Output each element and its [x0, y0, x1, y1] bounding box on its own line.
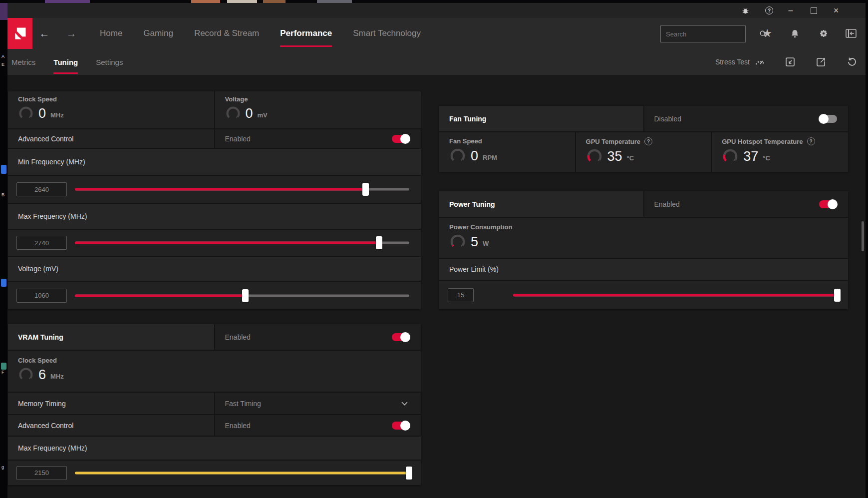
main-navbar: ← → Home Gaming Record & Stream Performa…	[7, 18, 866, 49]
tuning-content: Clock Speed 0 MHz	[7, 75, 866, 498]
vram-max-frequency-input[interactable]	[16, 466, 67, 480]
slider-knob[interactable]	[362, 183, 369, 196]
max-frequency-slider[interactable]	[75, 236, 409, 249]
voltage-gauge-cell: Voltage 0 mV	[215, 91, 421, 128]
slider-knob[interactable]	[834, 289, 841, 302]
nav-performance[interactable]: Performance	[280, 18, 332, 49]
fan-tuning-toggle[interactable]	[819, 115, 837, 123]
stress-test-button[interactable]: Stress Test	[715, 57, 766, 66]
power-consumption-gauge: 5 W	[449, 233, 843, 250]
slider-fill	[75, 242, 379, 244]
reset-icon[interactable]	[846, 55, 859, 68]
close-button[interactable]: ×	[828, 3, 844, 18]
gpu-hotspot-temperature-label: GPU Hotspot Temperature?	[722, 137, 843, 145]
settings-gear-icon[interactable]	[816, 26, 832, 41]
power-limit-slider[interactable]	[513, 289, 838, 302]
voltage-label: Voltage	[225, 95, 416, 103]
gpu-hotspot-temperature-unit: °C	[763, 151, 770, 162]
scrollbar-thumb[interactable]	[862, 221, 864, 251]
voltage-slider[interactable]	[75, 289, 409, 302]
search-box[interactable]	[660, 25, 746, 42]
desktop-icon-label: E	[1, 62, 4, 67]
min-frequency-slider[interactable]	[75, 183, 409, 196]
advanced-control-toggle[interactable]	[392, 135, 410, 143]
advanced-control-label: Advanced Control	[18, 135, 73, 143]
toggle-knob	[400, 332, 410, 342]
power-tuning-toggle[interactable]	[819, 200, 837, 208]
vram-advanced-control-label: Advanced Control	[18, 422, 73, 430]
subnav-actions: Stress Test	[715, 49, 859, 75]
min-frequency-input[interactable]	[16, 182, 67, 196]
fan-speed-cell: Fan Speed 0 RPM	[439, 132, 575, 172]
vram-max-frequency-slider[interactable]	[75, 467, 409, 480]
vram-tuning-toggle[interactable]	[392, 333, 410, 341]
nav-smart-technology[interactable]: Smart Technology	[353, 18, 421, 49]
slider-knob[interactable]	[406, 467, 412, 480]
favorites-star-icon[interactable]: ★	[759, 26, 775, 41]
vram-clock-gauge-row: Clock Speed 6 MHz	[8, 351, 421, 392]
bug-report-icon[interactable]	[737, 3, 753, 18]
vram-clock-unit: MHz	[50, 370, 64, 380]
minimize-button[interactable]: –	[783, 3, 799, 18]
power-consumption-value: 5	[471, 235, 478, 249]
maximize-button[interactable]	[806, 3, 822, 18]
gpu-temperature-unit: °C	[627, 151, 634, 162]
chevron-down-icon	[401, 402, 408, 406]
desktop-fragment	[0, 3, 7, 20]
toggle-knob	[819, 114, 829, 124]
titlebar: ? – ×	[7, 3, 866, 18]
gpu-hotspot-temperature-value: 37	[743, 150, 758, 163]
memory-timing-label: Memory Timing	[18, 400, 66, 408]
desktop-left-edge: A E B F g	[0, 0, 7, 498]
tab-settings[interactable]: Settings	[96, 49, 123, 75]
power-limit-input[interactable]	[448, 288, 474, 302]
nav-home[interactable]: Home	[100, 18, 122, 49]
slider-knob[interactable]	[242, 289, 249, 302]
notifications-bell-icon[interactable]	[787, 26, 803, 41]
max-frequency-input[interactable]	[16, 236, 67, 250]
nav-gaming[interactable]: Gaming	[143, 18, 173, 49]
power-limit-slider-row	[439, 281, 848, 309]
collapse-panel-icon[interactable]	[843, 26, 859, 41]
vram-advanced-control-state: Enabled	[225, 422, 251, 430]
fan-speed-value: 0	[471, 149, 478, 163]
vram-max-frequency-label: Max Frequency (MHz)	[18, 444, 87, 452]
power-tuning-state: Enabled	[654, 200, 680, 208]
toggle-knob	[828, 199, 838, 209]
stress-test-gauge-icon	[755, 57, 766, 66]
desktop-icon-label: B	[1, 192, 4, 197]
share-profile-icon[interactable]	[815, 55, 828, 68]
clock-speed-gauge-cell: Clock Speed 0 MHz	[8, 91, 214, 128]
forward-button[interactable]: →	[62, 18, 80, 49]
voltage-slider-row	[8, 282, 421, 309]
vram-max-frequency-slider-row	[8, 461, 421, 485]
desktop-icon-sliver	[1, 165, 6, 174]
tab-tuning[interactable]: Tuning	[53, 49, 78, 75]
voltage-unit: mV	[258, 108, 268, 119]
voltage-input[interactable]	[16, 289, 67, 303]
nav-record-stream[interactable]: Record & Stream	[194, 18, 259, 49]
tab-metrics[interactable]: Metrics	[11, 49, 35, 75]
power-tuning-card: Power Tuning Enabled Power Consumption	[439, 191, 848, 309]
vram-advanced-control-toggle[interactable]	[392, 422, 410, 430]
back-button[interactable]: ←	[35, 18, 53, 49]
screen: A E B F g ? –	[0, 0, 868, 498]
advanced-control-state: Enabled	[225, 135, 251, 143]
gpu-hotspot-temperature-cell: GPU Hotspot Temperature? 37 °C	[712, 132, 848, 172]
active-underline	[280, 45, 332, 47]
desktop-icon-label: g	[1, 465, 4, 470]
amd-logo[interactable]	[7, 18, 32, 49]
help-icon[interactable]: ?	[761, 3, 777, 18]
voltage-mv-label: Voltage (mV)	[18, 265, 58, 273]
slider-knob[interactable]	[376, 236, 382, 249]
help-icon[interactable]: ?	[644, 137, 652, 145]
fan-tuning-title: Fan Tuning	[449, 115, 486, 123]
load-profile-icon[interactable]	[784, 55, 797, 68]
fan-speed-label: Fan Speed	[449, 137, 570, 145]
fan-speed-unit: RPM	[483, 151, 497, 161]
help-icon[interactable]: ?	[807, 137, 815, 145]
desktop-icon-label: F	[1, 370, 4, 375]
memory-timing-dropdown[interactable]: Fast Timing	[215, 393, 421, 414]
clock-speed-label: Clock Speed	[18, 95, 209, 103]
search-input[interactable]	[661, 30, 755, 38]
